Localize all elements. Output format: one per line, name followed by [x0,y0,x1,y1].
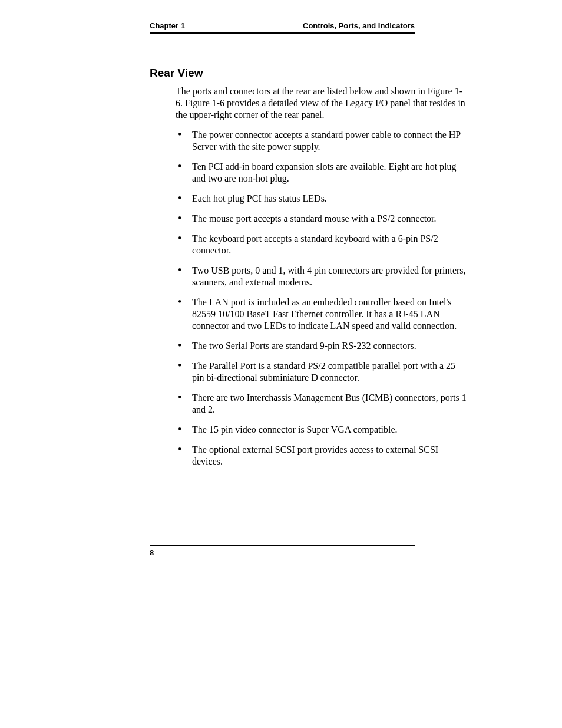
list-item: The keyboard port accepts a standard key… [176,233,468,256]
list-item: Ten PCI add-in board expansion slots are… [176,161,468,185]
list-item: The Parallel Port is a standard PS/2 com… [176,360,468,384]
page-content: Rear View The ports and connectors at th… [82,34,480,467]
list-item: The mouse port accepts a standard mouse … [176,213,468,225]
list-item: There are two Interchassis Management Bu… [176,392,468,416]
list-item: The optional external SCSI port provides… [176,444,468,467]
list-item: Each hot plug PCI has status LEDs. [176,193,468,205]
header-left: Chapter 1 [150,21,185,30]
page-header: Chapter 1 Controls, Ports, and Indicator… [82,21,480,32]
footer-rule [150,545,415,546]
document-page: Chapter 1 Controls, Ports, and Indicator… [0,0,562,728]
page-footer: 8 [82,545,480,557]
list-item: The LAN port is included as an embedded … [176,297,468,332]
list-item: Two USB ports, 0 and 1, with 4 pin conne… [176,265,468,288]
list-item: The 15 pin video connector is Super VGA … [176,424,468,436]
header-right: Controls, Ports, and Indicators [303,21,415,30]
section-heading: Rear View [150,67,480,80]
list-item: The power connector accepts a standard p… [176,129,468,153]
page-number: 8 [150,548,480,557]
intro-paragraph: The ports and connectors at the rear are… [176,85,468,121]
bullet-list: The power connector accepts a standard p… [176,129,468,467]
list-item: The two Serial Ports are standard 9-pin … [176,340,468,352]
